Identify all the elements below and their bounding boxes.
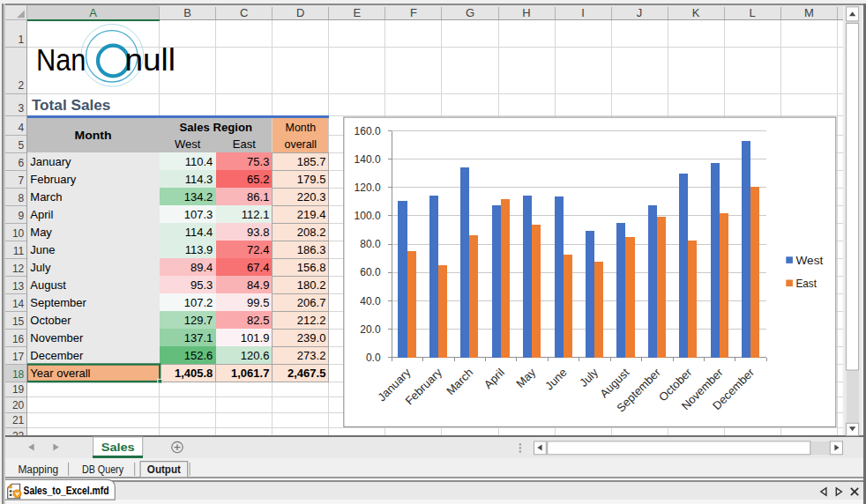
svg-text:134.2: 134.2 [184,190,213,204]
svg-text:120.6: 120.6 [241,349,270,362]
svg-text:185.7: 185.7 [297,155,326,168]
svg-text:H: H [522,6,530,19]
svg-text:A: A [89,6,97,19]
svg-text:8: 8 [19,192,25,204]
svg-text:Sales: Sales [101,441,135,454]
svg-text:F: F [410,6,417,19]
svg-text:10: 10 [12,227,25,240]
svg-text:101.9: 101.9 [241,331,270,345]
svg-text:February: February [30,173,77,186]
svg-text:7: 7 [19,174,25,187]
svg-text:9: 9 [19,210,25,222]
svg-text:84.9: 84.9 [247,278,269,292]
svg-text:West: West [796,254,824,267]
svg-text:August: August [30,278,66,292]
svg-text:September: September [30,296,86,309]
svg-text:179.5: 179.5 [297,173,326,186]
svg-text:140.0: 140.0 [355,153,381,166]
svg-text:June: June [30,243,55,256]
svg-text:1: 1 [19,33,25,46]
svg-text:Sales Region: Sales Region [179,121,252,134]
svg-text:89.4: 89.4 [190,261,213,274]
svg-text:239.0: 239.0 [297,331,326,345]
svg-text:19: 19 [12,383,25,396]
svg-text:Month: Month [286,121,317,134]
svg-text:Year overall: Year overall [30,367,90,380]
svg-text:Nan: Nan [36,42,86,78]
svg-text:16: 16 [12,333,25,345]
svg-text:12: 12 [12,263,25,275]
svg-text:17: 17 [12,351,25,363]
svg-text:L: L [750,6,756,19]
svg-text:114.3: 114.3 [185,173,213,186]
svg-text:1,405.8: 1,405.8 [175,367,213,380]
svg-text:DB Query: DB Query [82,463,123,476]
svg-text:220.3: 220.3 [297,190,326,204]
svg-text:15: 15 [12,315,25,328]
svg-text:273.2: 273.2 [297,349,326,362]
svg-text:overall: overall [285,137,317,151]
svg-text:75.3: 75.3 [247,155,269,168]
svg-text:West: West [175,137,201,151]
svg-text:November: November [30,331,84,345]
svg-text:20: 20 [12,399,25,411]
svg-text:14: 14 [12,298,25,310]
svg-text:null: null [125,42,176,78]
svg-text:Sales_to_Excel.mfd: Sales_to_Excel.mfd [24,485,109,497]
svg-text:October: October [30,314,71,327]
svg-text:April: April [30,208,53,221]
svg-text:July: July [30,261,51,274]
svg-text:95.3: 95.3 [190,278,213,292]
svg-text:0.0: 0.0 [366,352,381,364]
svg-text:206.7: 206.7 [297,296,326,309]
svg-text:13: 13 [12,280,25,293]
svg-text:2: 2 [19,79,25,92]
svg-text:107.2: 107.2 [184,296,213,309]
svg-text:86.1: 86.1 [247,190,269,204]
svg-text:December: December [30,349,84,362]
svg-text:Mapping: Mapping [18,463,58,476]
svg-text:January: January [30,155,71,168]
svg-text:93.8: 93.8 [247,226,269,239]
svg-text:1,061.7: 1,061.7 [231,367,269,380]
svg-text:208.2: 208.2 [297,226,326,239]
svg-text:3: 3 [19,102,25,115]
svg-text:219.4: 219.4 [297,208,326,221]
svg-text:6: 6 [19,157,25,169]
svg-text:137.1: 137.1 [184,331,213,345]
svg-text:186.3: 186.3 [297,243,326,256]
svg-text:2,467.5: 2,467.5 [287,367,325,380]
svg-text:I: I [581,6,585,19]
svg-text:107.3: 107.3 [184,208,213,221]
svg-text:40.0: 40.0 [360,295,381,308]
svg-text:M: M [804,6,814,19]
svg-text:March: March [30,190,62,204]
svg-text:180.2: 180.2 [297,278,326,292]
svg-text:Total Sales: Total Sales [32,97,111,114]
svg-text:99.5: 99.5 [247,296,269,309]
svg-text:K: K [692,6,700,19]
svg-text:129.7: 129.7 [184,314,213,327]
svg-text:160.0: 160.0 [355,125,381,137]
svg-text:4: 4 [19,122,25,134]
svg-text:Month: Month [75,129,112,142]
svg-text:65.2: 65.2 [247,173,269,186]
svg-text:East: East [796,277,817,290]
svg-text:113.9: 113.9 [185,243,213,256]
svg-text:J: J [637,6,643,19]
svg-text:156.8: 156.8 [297,261,326,274]
svg-text:152.6: 152.6 [184,349,213,362]
svg-text:82.5: 82.5 [247,314,269,327]
svg-text:21: 21 [12,414,25,426]
svg-text:Output: Output [147,463,181,476]
svg-text:120.0: 120.0 [355,182,381,194]
svg-text:112.1: 112.1 [242,208,270,221]
svg-text:5: 5 [19,139,25,152]
svg-text:May: May [30,226,52,239]
svg-text:20.0: 20.0 [360,323,381,336]
svg-text:D: D [296,6,304,19]
svg-text:60.0: 60.0 [360,266,381,278]
svg-text:80.0: 80.0 [360,238,381,250]
svg-text:East: East [233,137,256,151]
svg-text:B: B [183,6,191,19]
